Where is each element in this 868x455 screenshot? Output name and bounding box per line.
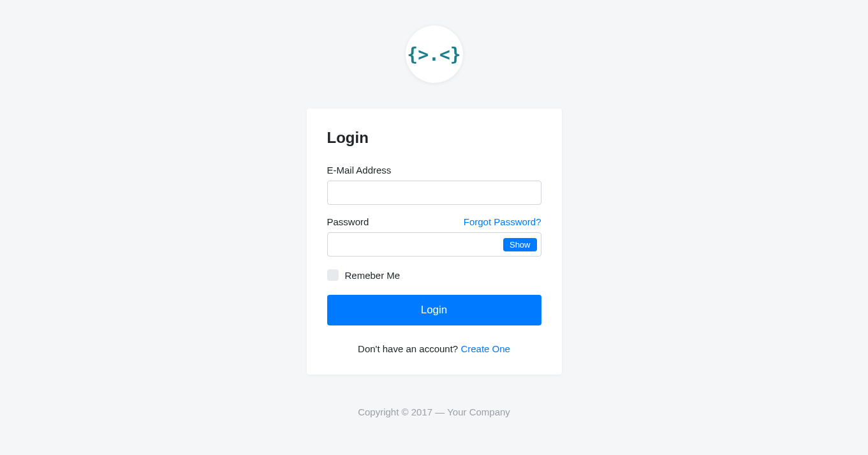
logo-glyph-icon: {>.<}	[407, 44, 460, 65]
login-button[interactable]: Login	[327, 295, 541, 325]
password-label: Password	[327, 216, 369, 227]
login-card: Login E-Mail Address Password Forgot Pas…	[307, 108, 562, 375]
password-field[interactable]	[335, 233, 503, 256]
email-field[interactable]	[327, 181, 541, 205]
password-input-wrapper: Show	[327, 232, 541, 257]
show-password-button[interactable]: Show	[503, 238, 537, 251]
remember-label: Remeber Me	[345, 270, 401, 281]
create-account-link[interactable]: Create One	[460, 343, 510, 354]
forgot-password-link[interactable]: Forgot Password?	[464, 216, 541, 227]
create-account-row: Don't have an account? Create One	[327, 343, 541, 354]
remember-checkbox[interactable]	[327, 269, 339, 281]
footer-text: Copyright © 2017 — Your Company	[358, 407, 510, 417]
email-group: E-Mail Address	[327, 165, 541, 205]
email-label: E-Mail Address	[327, 165, 392, 175]
page-title: Login	[327, 129, 541, 147]
password-group: Password Forgot Password? Show	[327, 216, 541, 257]
no-account-text: Don't have an account?	[358, 343, 460, 354]
logo: {>.<}	[406, 26, 463, 83]
remember-row: Remeber Me	[327, 269, 541, 281]
